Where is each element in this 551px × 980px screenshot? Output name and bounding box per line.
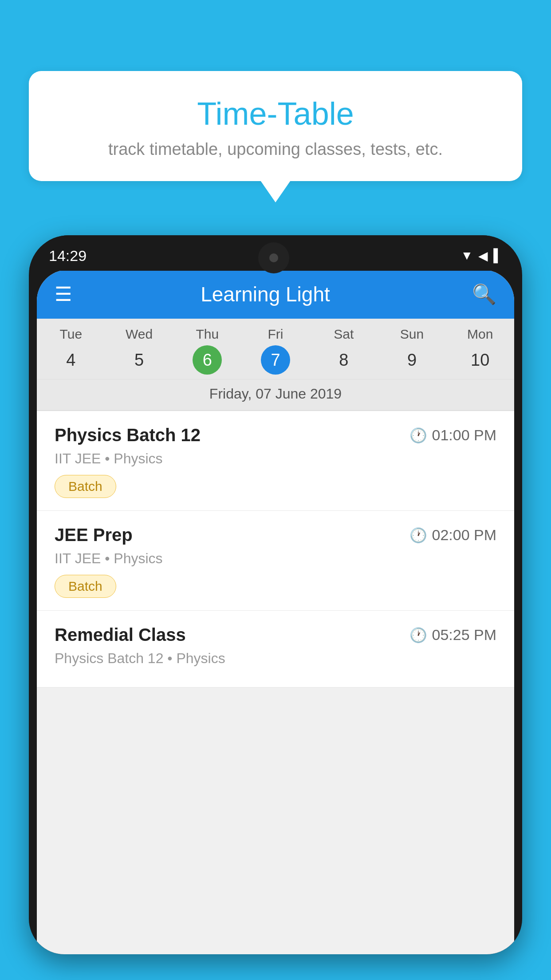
phone-mockup: 14:29 ▼ ◀ ▌ ☰ Learning Light 🔍 Tue4Wed5T… [29,235,522,980]
tooltip-title: Time-Table [55,95,496,132]
day-name: Wed [105,327,173,342]
status-bar: 14:29 ▼ ◀ ▌ [29,235,522,271]
day-name: Mon [446,327,514,342]
app-bar: ☰ Learning Light 🔍 [37,270,514,319]
clock-icon: 🕐 [409,627,427,644]
app-title: Learning Light [85,282,445,306]
day-name: Fri [241,327,310,342]
day-number[interactable]: 4 [56,345,86,375]
calendar-header: Tue4Wed5Thu6Fri7Sat8Sun9Mon10 [37,319,514,379]
front-camera [258,242,289,273]
day-name: Sat [310,327,378,342]
schedule-item[interactable]: Remedial Class🕐 05:25 PMPhysics Batch 12… [37,611,514,688]
day-number[interactable]: 10 [465,345,495,375]
day-number[interactable]: 5 [125,345,154,375]
calendar-day-8[interactable]: Sat8 [310,319,378,379]
clock-icon: 🕐 [409,427,427,444]
status-time: 14:29 [49,247,87,265]
tooltip-card: Time-Table track timetable, upcoming cla… [29,71,522,181]
schedule-item-subtitle: IIT JEE • Physics [55,450,496,467]
calendar-day-5[interactable]: Wed5 [105,319,173,379]
day-number[interactable]: 7 [261,345,290,375]
schedule-item-time: 🕐 02:00 PM [409,526,496,544]
schedule-item[interactable]: JEE Prep🕐 02:00 PMIIT JEE • PhysicsBatch [37,511,514,611]
schedule-item-subtitle: IIT JEE • Physics [55,550,496,567]
wifi-icon: ▼ [460,249,473,263]
day-number[interactable]: 8 [329,345,358,375]
calendar-day-4[interactable]: Tue4 [37,319,105,379]
schedule-item[interactable]: Physics Batch 12🕐 01:00 PMIIT JEE • Phys… [37,411,514,511]
clock-icon: 🕐 [409,527,427,544]
schedule-item-name: JEE Prep [55,525,133,545]
day-name: Tue [37,327,105,342]
schedule-item-subtitle: Physics Batch 12 • Physics [55,650,496,667]
status-icons: ▼ ◀ ▌ [460,249,502,263]
batch-badge: Batch [55,575,116,598]
day-name: Sun [378,327,446,342]
schedule-item-time: 🕐 05:25 PM [409,626,496,644]
calendar-day-7[interactable]: Fri7 [241,319,310,379]
camera-lens [269,253,278,262]
battery-icon: ▌ [493,249,502,263]
signal-icon: ◀ [478,249,488,263]
menu-icon[interactable]: ☰ [55,285,72,304]
day-name: Thu [173,327,241,342]
schedule-item-time: 🕐 01:00 PM [409,427,496,444]
calendar-day-9[interactable]: Sun9 [378,319,446,379]
batch-badge: Batch [55,475,116,498]
schedule-list: Physics Batch 12🕐 01:00 PMIIT JEE • Phys… [37,411,514,688]
calendar-day-10[interactable]: Mon10 [446,319,514,379]
search-icon[interactable]: 🔍 [472,283,496,306]
tooltip-subtitle: track timetable, upcoming classes, tests… [55,140,496,159]
day-number[interactable]: 6 [193,345,222,375]
phone-outer: 14:29 ▼ ◀ ▌ ☰ Learning Light 🔍 Tue4Wed5T… [29,235,522,954]
day-number[interactable]: 9 [397,345,426,375]
schedule-item-name: Physics Batch 12 [55,425,201,445]
phone-screen: ☰ Learning Light 🔍 Tue4Wed5Thu6Fri7Sat8S… [37,270,514,954]
calendar-day-6[interactable]: Thu6 [173,319,241,379]
schedule-item-name: Remedial Class [55,625,186,645]
selected-date-label: Friday, 07 June 2019 [37,379,514,411]
